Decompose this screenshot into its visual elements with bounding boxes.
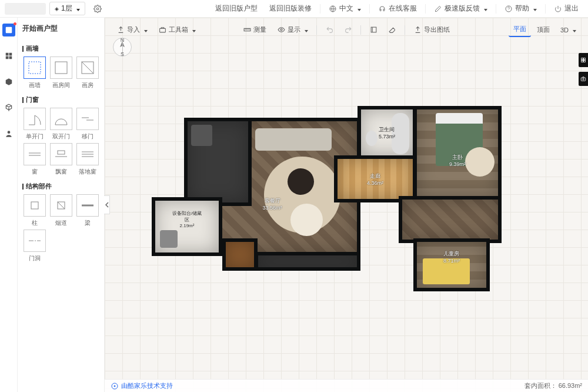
dock-snapshot-button[interactable]	[579, 72, 588, 86]
tool-slide-door[interactable]: 移门	[75, 108, 99, 141]
separator	[320, 4, 320, 14]
online-service-link[interactable]: 在线客服	[373, 2, 422, 15]
edit-icon	[434, 5, 442, 13]
return-old-huxing-link[interactable]: 返回旧版户型	[211, 2, 262, 15]
furniture-sofa	[255, 128, 332, 151]
headset-icon	[378, 5, 386, 13]
svg-point-8	[7, 131, 10, 134]
rail-tab-huxing[interactable]	[2, 24, 15, 36]
svg-rect-39	[582, 60, 583, 62]
view-3d-tab[interactable]: 3D	[556, 24, 581, 36]
room-master: 主卧9.39m²	[413, 106, 502, 200]
gear-icon	[93, 5, 102, 13]
svg-rect-38	[583, 58, 585, 60]
svg-rect-40	[583, 60, 585, 62]
export-icon	[413, 26, 422, 34]
room-hall: 走廊4.36m²	[334, 155, 416, 202]
undo-button[interactable]	[320, 24, 338, 36]
status-bar: 由酷家乐技术支持 套内面积： 66.93m²	[105, 379, 588, 392]
tool-draw-house[interactable]: 画房	[75, 57, 99, 89]
room-label: 主卧9.39m²	[449, 153, 466, 167]
powered-by-text: 由酷家乐技术支持	[121, 381, 173, 390]
room-label: 设备阳台/储藏区2.19m²	[171, 210, 203, 228]
tool-bay-window[interactable]: 飘窗	[49, 143, 73, 176]
view-plan-tab[interactable]: 平面	[509, 22, 531, 37]
svg-line-12	[82, 62, 93, 74]
furniture-rug	[465, 147, 495, 177]
redo-button[interactable]	[339, 24, 357, 36]
chevron-down-icon	[303, 26, 308, 34]
main-area: 开始画户型 画墙 画墙 画房间 画房 门窗 单开门 双开门 移门 窗 飘窗 落地…	[0, 18, 588, 392]
rail-tab-sucai[interactable]	[2, 49, 15, 62]
export-drawing-button[interactable]: 导出图纸	[409, 23, 455, 36]
svg-rect-3	[5, 27, 12, 34]
display-button[interactable]: 显示	[272, 23, 313, 36]
room-kid: 儿童房8.71m²	[413, 238, 490, 291]
measure-button[interactable]: 测量	[238, 23, 271, 36]
svg-point-0	[96, 8, 99, 10]
canvas-area[interactable]: 导入 工具箱 测量 显示	[105, 18, 588, 392]
tool-column[interactable]: 柱	[22, 194, 46, 227]
separator	[405, 25, 405, 35]
section-struct-title: 结构部件	[22, 182, 99, 191]
compass-widget[interactable]: N S	[113, 38, 132, 57]
import-button[interactable]: 导入	[112, 23, 152, 36]
room-bath: 卫生间5.73m²	[358, 106, 416, 159]
floor-indicator-icon: ◈	[55, 6, 59, 12]
room-label: 走廊4.36m²	[367, 172, 383, 186]
svg-rect-5	[9, 53, 12, 56]
sidebar-title: 开始画户型	[22, 24, 99, 34]
clear-annotations-button[interactable]	[365, 24, 382, 36]
tool-flue[interactable]: 烟道	[49, 194, 73, 227]
tool-window[interactable]: 窗	[22, 143, 46, 176]
svg-rect-25	[31, 202, 38, 209]
exit-button[interactable]: 退出	[549, 2, 583, 15]
tool-single-door[interactable]: 单开门	[22, 108, 46, 141]
rail-tab-wode[interactable]	[2, 127, 15, 140]
separator	[316, 25, 317, 35]
help-dropdown[interactable]: 帮助	[500, 2, 542, 15]
chevron-down-icon	[532, 5, 537, 13]
svg-rect-32	[159, 28, 165, 32]
toolbox-button[interactable]: 工具箱	[153, 23, 201, 36]
left-rail	[0, 18, 18, 392]
eraser-button[interactable]	[383, 24, 401, 36]
svg-point-34	[280, 29, 282, 31]
tool-draw-wall[interactable]: 画墙	[22, 57, 46, 89]
tool-double-door[interactable]: 双开门	[49, 108, 73, 141]
floor-settings-button[interactable]	[89, 4, 106, 14]
rail-tab-dingzhi[interactable]	[2, 75, 15, 88]
section-door-title: 门窗	[22, 95, 99, 104]
indoor-area-value: 66.93m²	[559, 382, 582, 389]
furniture-dining-table	[290, 204, 323, 236]
redo-icon	[344, 26, 352, 34]
return-old-zhuangxiu-link[interactable]: 返回旧版装修	[265, 2, 316, 15]
tool-beam[interactable]: 梁	[75, 194, 99, 227]
floor-label: 1层	[61, 4, 72, 14]
room-label: 客餐厅33.56m²	[262, 197, 282, 211]
svg-rect-20	[58, 151, 65, 154]
tool-doorway[interactable]: 门洞	[22, 230, 46, 263]
language-dropdown[interactable]: 中文	[324, 2, 366, 15]
view-ceiling-tab[interactable]: 顶面	[532, 23, 554, 36]
sidebar-collapse-handle[interactable]	[104, 195, 110, 214]
svg-rect-41	[581, 78, 586, 81]
svg-line-27	[58, 202, 65, 209]
room-kitchen	[184, 118, 252, 206]
floor-selector[interactable]: ◈ 1层	[49, 2, 85, 15]
chevron-left-icon	[105, 202, 109, 208]
right-dock	[579, 53, 588, 86]
tool-draw-room[interactable]: 画房间	[49, 57, 73, 89]
separator	[545, 4, 546, 14]
floor-plan[interactable]: 客餐厅33.56m² 设备阳台/储藏区2.19m² 卫生间5.73m²	[152, 106, 499, 288]
express-feedback-link[interactable]: 极速版反馈	[429, 2, 492, 15]
sidebar-panel: 开始画户型 画墙 画墙 画房间 画房 门窗 单开门 双开门 移门 窗 飘窗 落地…	[18, 18, 105, 392]
dock-layers-button[interactable]	[579, 53, 588, 67]
svg-rect-4	[5, 53, 8, 56]
room-storage	[255, 252, 360, 271]
tool-french-window[interactable]: 落地窗	[75, 143, 99, 176]
rail-tab-moxing[interactable]	[2, 101, 15, 114]
compass-north: N	[121, 37, 125, 43]
svg-rect-9	[29, 62, 41, 74]
furniture-toilet	[366, 131, 377, 146]
